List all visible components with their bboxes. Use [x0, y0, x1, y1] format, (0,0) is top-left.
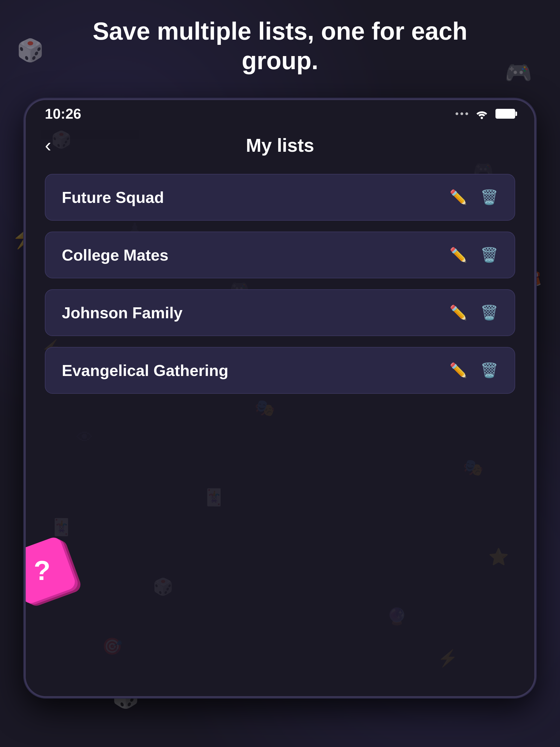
- back-button[interactable]: ‹: [45, 136, 51, 155]
- list-item-name: College Mates: [62, 246, 169, 264]
- edit-icon[interactable]: ✏️: [450, 362, 467, 379]
- wifi-icon: [475, 108, 489, 119]
- delete-icon[interactable]: 🗑️: [480, 304, 498, 321]
- list-item-name: Future Squad: [62, 188, 164, 206]
- page-title: My lists: [246, 134, 314, 156]
- list-item[interactable]: College Mates ✏️ 🗑️: [45, 232, 515, 278]
- list-item-name: Johnson Family: [62, 304, 183, 322]
- battery-icon: [495, 109, 515, 119]
- edit-icon[interactable]: ✏️: [450, 189, 467, 206]
- header-title: Save multiple lists, one for each group.: [0, 17, 560, 75]
- svg-point-0: [481, 117, 483, 119]
- list-item-actions: ✏️ 🗑️: [450, 304, 498, 321]
- list-item[interactable]: Evangelical Gathering ✏️ 🗑️: [45, 347, 515, 394]
- list-item-actions: ✏️ 🗑️: [450, 362, 498, 379]
- dice-decoration: ?: [26, 543, 91, 620]
- signal-icon: [456, 112, 468, 115]
- status-icons: [456, 108, 515, 119]
- edit-icon[interactable]: ✏️: [450, 304, 467, 321]
- status-bar: 10:26: [26, 100, 534, 127]
- delete-icon[interactable]: 🗑️: [480, 247, 498, 263]
- lists-container: Future Squad ✏️ 🗑️ College Mates ✏️ 🗑️ J…: [45, 174, 515, 394]
- delete-icon[interactable]: 🗑️: [480, 189, 498, 206]
- device-frame: 🎲 🎮 ♟ 🎯 ⚡ 🎪 👁 🎭 🃏 ⭐ 🎲 🔮 🎯 ⚡ 🎮 🎭 🃏 10:26: [24, 98, 536, 698]
- edit-icon[interactable]: ✏️: [450, 247, 467, 263]
- dice-symbol: ?: [34, 555, 50, 586]
- delete-icon[interactable]: 🗑️: [480, 362, 498, 379]
- list-item-name: Evangelical Gathering: [62, 361, 228, 380]
- navigation-bar: ‹ My lists: [26, 127, 534, 163]
- list-item[interactable]: Johnson Family ✏️ 🗑️: [45, 289, 515, 336]
- list-item-actions: ✏️ 🗑️: [450, 247, 498, 263]
- list-item[interactable]: Future Squad ✏️ 🗑️: [45, 174, 515, 221]
- list-item-actions: ✏️ 🗑️: [450, 189, 498, 206]
- status-time: 10:26: [45, 106, 81, 122]
